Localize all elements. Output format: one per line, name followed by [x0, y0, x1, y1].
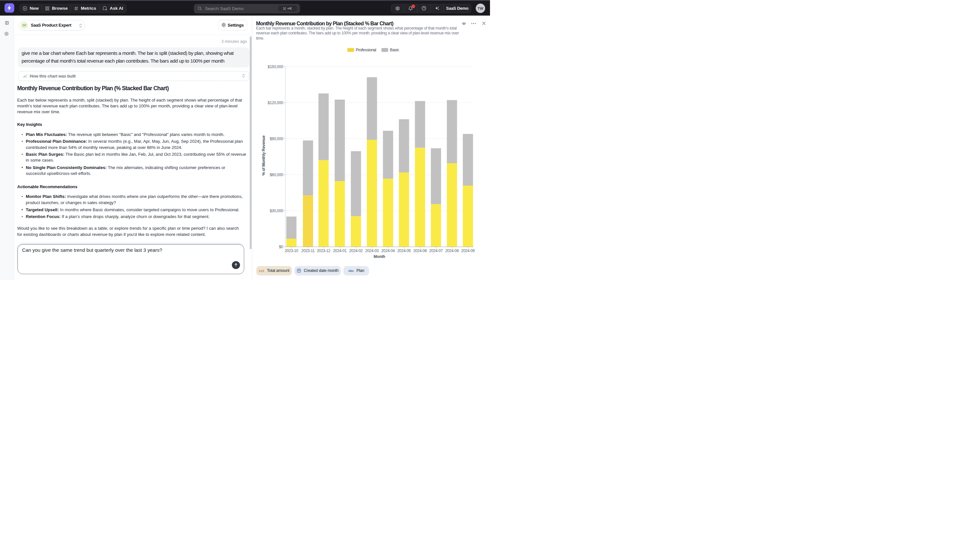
- svg-text:2023-11: 2023-11: [301, 248, 314, 253]
- svg-text:2024-03: 2024-03: [365, 248, 379, 253]
- svg-text:2024-07: 2024-07: [429, 248, 443, 253]
- svg-text:2024-06: 2024-06: [413, 248, 427, 253]
- svg-text:2023-10: 2023-10: [285, 248, 298, 253]
- svg-text:$60,000: $60,000: [270, 173, 283, 177]
- svg-text:$120,000: $120,000: [267, 101, 283, 105]
- svg-text:$150,000: $150,000: [267, 65, 283, 69]
- svg-text:Month: Month: [374, 254, 385, 259]
- svg-text:$90,000: $90,000: [270, 137, 283, 141]
- svg-text:% of Monthly Revenue: % of Monthly Revenue: [261, 135, 266, 175]
- svg-text:2023-12: 2023-12: [317, 248, 331, 253]
- svg-text:2024-08: 2024-08: [445, 248, 459, 253]
- svg-text:$30,000: $30,000: [270, 208, 283, 213]
- svg-text:2024-04: 2024-04: [381, 248, 395, 253]
- svg-text:2024-02: 2024-02: [349, 248, 363, 253]
- svg-text:2024-09: 2024-09: [461, 248, 475, 253]
- svg-text:$0: $0: [279, 245, 283, 249]
- svg-text:2024-05: 2024-05: [397, 248, 411, 253]
- svg-text:2024-01: 2024-01: [333, 248, 347, 253]
